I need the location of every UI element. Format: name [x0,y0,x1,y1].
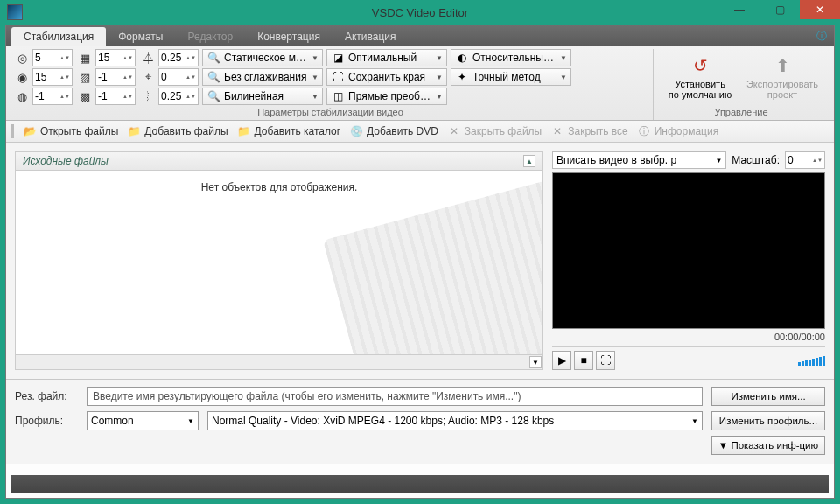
spin-1a[interactable]: 5▲▼ [32,49,73,66]
status-bar [11,475,829,493]
info-icon: ⓘ [637,124,651,138]
halfcircle-icon: ◐ [455,52,469,64]
open-files-button[interactable]: 📂Открыть файлы [23,124,118,138]
tab-editor[interactable]: Редактор [176,27,246,46]
help-icon[interactable]: ⓘ [816,29,827,44]
cross-icon: ⌖ [139,68,157,86]
info-button[interactable]: ⓘИнформация [637,124,718,138]
tab-formats[interactable]: Форматы [106,27,175,46]
timecode: 00:00/00:00 [552,329,825,345]
play-button[interactable]: ▶ [552,351,571,370]
profile-select[interactable]: Common▼ [87,411,199,430]
spin-1b[interactable]: 15▲▼ [32,68,73,86]
profile-label: Профиль: [15,415,78,427]
video-preview[interactable] [552,172,825,329]
titlebar: VSDC Video Editor — ▢ ✕ [0,0,840,24]
folder-open-icon: 📂 [23,124,37,138]
dd-edges[interactable]: ⛶Сохранить края▼ [326,68,447,86]
file-toolbar: 📂Открыть файлы 📁Добавить файлы 📁Добавить… [6,121,834,143]
app-icon [7,4,23,20]
volume-meter[interactable] [798,356,825,366]
fullscreen-button[interactable]: ⛶ [596,351,615,370]
export-project-button[interactable]: ⬆ Экспортировать проект [741,49,823,105]
spin-3b[interactable]: 0▲▼ [158,68,199,86]
change-name-button[interactable]: Изменить имя... [711,387,825,406]
undo-icon: ↺ [689,54,711,77]
dd-relative[interactable]: ◐Относительные пр▼ [451,49,571,66]
sparkle-icon: ✦ [455,71,469,83]
zoom-icon: 🔍 [206,90,220,102]
close-all-icon: ✕ [550,124,564,138]
circle-filled-icon: ◉ [13,68,31,86]
minimize-button[interactable]: — [719,0,760,19]
zoom-icon: 🔍 [206,52,220,64]
spin-2b[interactable]: -1▲▼ [95,68,136,86]
zoom-icon: 🔍 [206,71,220,83]
tab-convert[interactable]: Конвертация [245,27,332,46]
playback-controls: ▶ ■ ⛶ [552,351,825,370]
add-files-button[interactable]: 📁Добавить файлы [127,124,228,138]
upload-icon: ⬆ [771,54,794,77]
change-profile-button[interactable]: Изменить профиль... [711,411,825,430]
grid-icon: ▦ [76,49,94,66]
maximize-button[interactable]: ▢ [760,0,800,19]
ribbon: ◎5▲▼ ◉15▲▼ ◍-1▲▼ ▦15▲▼ ▨-1▲▼ ▩-1▲▼ ⏃0.25… [6,46,834,121]
add-dvd-button[interactable]: 💿Добавить DVD [349,124,438,138]
app-title: VSDC Video Editor [372,6,468,19]
zoom-spin[interactable]: 0▲▼ [785,151,825,169]
dd-scale[interactable]: 🔍Статическое масшт▼ [202,49,323,66]
collapse-up-icon[interactable]: ▲ [523,155,536,167]
dd-transform[interactable]: ◫Прямые преобраз▼ [326,88,447,105]
bottom-form: Рез. файл: Введите имя результирующего ф… [6,379,834,464]
source-files-pane: Исходные файлы ▲ Нет объектов для отобра… [15,151,543,370]
zoom-label: Масштаб: [732,154,780,166]
close-all-button[interactable]: ✕Закрыть все [550,124,627,138]
empty-message: Нет объектов для отображения. [16,171,542,204]
close-files-button[interactable]: ✕Закрыть файлы [447,124,542,138]
wave-icon: ⦚ [139,88,157,105]
spin-2a[interactable]: 15▲▼ [95,49,136,66]
dvd-icon: 💿 [349,124,363,138]
close-files-icon: ✕ [447,124,461,138]
dd-interp[interactable]: 🔍Билинейная▼ [202,88,323,105]
radius-icon: ◎ [13,49,31,66]
close-button[interactable]: ✕ [800,0,840,19]
ribbon-group-label-2: Управление [659,105,823,120]
crop-icon: ⛶ [331,71,345,83]
spin-3a[interactable]: 0.25▲▼ [158,49,199,66]
pattern-icon: ▩ [76,88,94,105]
spin-3c[interactable]: 0.25▲▼ [158,88,199,105]
tab-activation[interactable]: Активация [332,27,409,46]
dd-exact[interactable]: ✦Точный метод▼ [451,68,571,86]
box-icon: ◫ [331,90,345,102]
source-files-header: Исходные файлы ▲ [15,151,543,171]
contrast-icon: ◪ [331,52,345,64]
tab-stabilization[interactable]: Стабилизация [11,27,106,46]
dots-icon: ◍ [13,88,31,105]
stop-button[interactable]: ■ [574,351,593,370]
profile-desc-select[interactable]: Normal Quality - Video: XviD MPEG4 - 120… [207,411,703,430]
spin-2c[interactable]: -1▲▼ [95,88,136,105]
show-info-button[interactable]: ▼ Показать инф-цию [711,436,825,455]
folder-yellow-icon: 📁 [237,124,251,138]
hatch-icon: ▨ [76,68,94,86]
folder-add-icon: 📁 [127,124,141,138]
reset-defaults-button[interactable]: ↺ Установить по умолчанию [659,49,741,105]
preview-pane: Вписать видео в выбр. р▼ Масштаб: 0▲▼ 00… [552,151,825,370]
dd-smooth[interactable]: 🔍Без сглаживания▼ [202,68,323,86]
dd-optimal[interactable]: ◪Оптимальный▼ [326,49,447,66]
add-catalog-button[interactable]: 📁Добавить каталог [237,124,341,138]
collapse-down-icon[interactable]: ▼ [529,356,542,368]
angle-icon: ⏃ [139,49,157,66]
ribbon-tabs: Стабилизация Форматы Редактор Конвертаци… [6,25,834,46]
spin-1c[interactable]: -1▲▼ [32,88,73,105]
result-file-label: Рез. файл: [15,390,78,402]
source-files-body[interactable]: Нет объектов для отображения. [15,171,543,355]
fit-video-dropdown[interactable]: Вписать видео в выбр. р▼ [552,151,726,169]
result-file-field[interactable]: Введите имя результирующего файла (чтобы… [87,387,703,406]
ribbon-group-label-1: Параметры стабилизации видео [13,105,648,120]
